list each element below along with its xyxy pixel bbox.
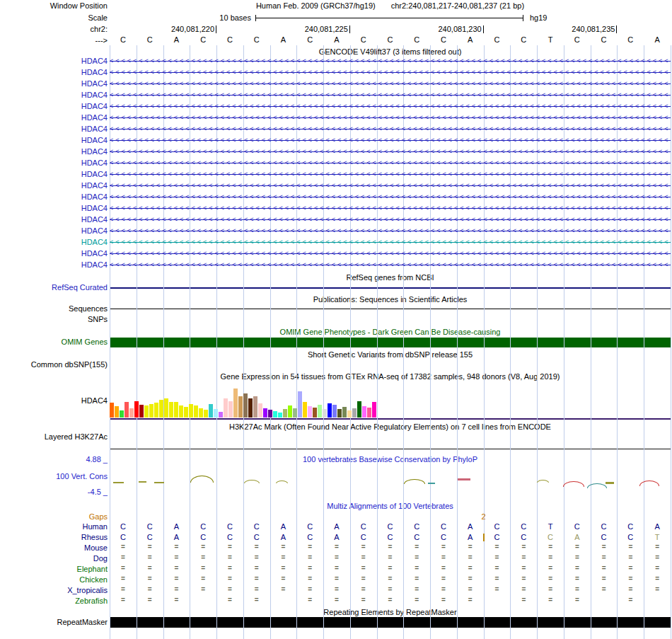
omim-track-title[interactable]: OMIM Gene Phenotypes - Dark Green Can Be… [110,328,671,337]
gtex-expression-bar[interactable] [149,404,153,418]
phylop-track-label[interactable]: 100 Vert. Cons [0,472,108,481]
gtex-expression-bar[interactable] [298,391,302,418]
gtex-expression-bar[interactable] [337,409,342,418]
gtex-expression-bar[interactable] [253,396,257,418]
gencode-transcript-label[interactable]: HDAC4 [0,68,108,77]
gencode-transcript-item[interactable]: <<<<<<<<<<<<<<<<<<<<<<<<<<<<<<<<<<<<<<<<… [110,181,671,190]
gtex-expression-bar[interactable] [352,408,357,418]
gtex-expression-bar[interactable] [169,402,173,418]
gencode-transcript-item[interactable]: <<<<<<<<<<<<<<<<<<<<<<<<<<<<<<<<<<<<<<<<… [110,204,671,213]
gtex-expression-bar[interactable] [228,401,233,418]
gencode-transcript-item[interactable]: <<<<<<<<<<<<<<<<<<<<<<<<<<<<<<<<<<<<<<<<… [110,238,671,247]
gtex-expression-bar[interactable] [243,393,248,418]
gencode-track-title[interactable]: GENCODE V49lift37 (3 items filtered out) [110,47,671,57]
gtex-expression-bar[interactable] [238,396,243,418]
gencode-transcript-label[interactable]: HDAC4 [0,215,108,224]
snps-track-label[interactable]: SNPs [0,315,108,324]
gtex-expression-bar[interactable] [278,413,282,418]
gencode-transcript-label[interactable]: HDAC4 [0,226,108,236]
gencode-transcript-label[interactable]: HDAC4 [0,192,108,202]
gencode-transcript-label[interactable]: HDAC4 [0,170,108,179]
gtex-expression-bar[interactable] [164,398,168,418]
gtex-expression-bar[interactable] [268,410,272,418]
h3k27ac-track-title[interactable]: H3K27Ac Mark (Often Found Near Active Re… [110,422,671,432]
sequences-track-item[interactable] [110,309,671,309]
gtex-expression-bar[interactable] [144,405,149,418]
gtex-expression-bar[interactable] [367,408,371,418]
multiz-species-label[interactable]: Mouse [0,543,108,553]
gaps-row-label[interactable]: Gaps [0,512,108,522]
gtex-expression-bar[interactable] [154,403,158,418]
gtex-expression-bar[interactable] [288,405,292,418]
gtex-expression-bar[interactable] [293,408,297,418]
gtex-expression-bar[interactable] [219,412,223,418]
gtex-expression-bar[interactable] [248,398,253,418]
gtex-expression-bar[interactable] [313,408,317,418]
gencode-transcript-item[interactable]: <<<<<<<<<<<<<<<<<<<<<<<<<<<<<<<<<<<<<<<<… [110,260,671,270]
gtex-expression-bar[interactable] [199,408,203,418]
gtex-expression-bar[interactable] [204,410,208,418]
gencode-transcript-label[interactable]: HDAC4 [0,79,108,88]
gencode-transcript-item[interactable]: <<<<<<<<<<<<<<<<<<<<<<<<<<<<<<<<<<<<<<<<… [110,170,671,179]
omim-gene-item[interactable] [110,338,671,347]
gtex-expression-bar[interactable] [194,405,198,418]
refseq-curated-label[interactable]: RefSeq Curated [0,283,108,292]
gencode-transcript-label[interactable]: HDAC4 [0,238,108,247]
gencode-transcript-label[interactable]: HDAC4 [0,249,108,258]
gtex-expression-bar[interactable] [214,409,218,418]
gtex-expression-bar[interactable] [115,406,119,418]
gencode-transcript-item[interactable]: <<<<<<<<<<<<<<<<<<<<<<<<<<<<<<<<<<<<<<<<… [110,215,671,224]
repeatmasker-item[interactable] [110,617,671,628]
gencode-transcript-label[interactable]: HDAC4 [0,113,108,122]
gencode-transcript-label[interactable]: HDAC4 [0,159,108,168]
gtex-expression-bar[interactable] [179,405,183,418]
gencode-transcript-item[interactable]: <<<<<<<<<<<<<<<<<<<<<<<<<<<<<<<<<<<<<<<<… [110,226,671,236]
gencode-transcript-item[interactable]: <<<<<<<<<<<<<<<<<<<<<<<<<<<<<<<<<<<<<<<<… [110,125,671,134]
gencode-transcript-label[interactable]: HDAC4 [0,102,108,111]
gtex-expression-bar[interactable] [308,406,312,418]
gtex-expression-bar[interactable] [342,407,347,418]
gtex-expression-bar[interactable] [263,408,267,418]
gtex-expression-bar[interactable] [273,411,277,418]
gencode-transcript-item[interactable]: <<<<<<<<<<<<<<<<<<<<<<<<<<<<<<<<<<<<<<<<… [110,147,671,156]
gtex-expression-bar[interactable] [184,407,188,418]
gencode-transcript-label[interactable]: HDAC4 [0,136,108,145]
gencode-transcript-label[interactable]: HDAC4 [0,204,108,213]
gencode-transcript-item[interactable]: <<<<<<<<<<<<<<<<<<<<<<<<<<<<<<<<<<<<<<<<… [110,79,671,88]
gencode-transcript-label[interactable]: HDAC4 [0,181,108,190]
omim-genes-label[interactable]: OMIM Genes [0,338,108,347]
multiz-species-label[interactable]: Human [0,522,108,531]
gencode-transcript-item[interactable]: <<<<<<<<<<<<<<<<<<<<<<<<<<<<<<<<<<<<<<<<… [110,91,671,100]
gencode-transcript-item[interactable]: <<<<<<<<<<<<<<<<<<<<<<<<<<<<<<<<<<<<<<<<… [110,113,671,122]
phylop-track-title[interactable]: 100 vertebrates Basewise Conservation by… [110,455,671,464]
gtex-expression-bar[interactable] [189,404,193,418]
gtex-expression-bar[interactable] [120,410,124,418]
repeatmasker-track-title[interactable]: Repeating Elements by RepeatMasker [110,608,671,617]
gtex-expression-bar[interactable] [283,409,287,418]
gtex-track-title[interactable]: Gene Expression in 54 tissues from GTEx … [110,372,671,381]
gtex-expression-bar[interactable] [323,409,327,418]
multiz-species-label[interactable]: Chicken [0,575,108,585]
gencode-transcript-label[interactable]: HDAC4 [0,91,108,100]
gtex-expression-bar[interactable] [159,400,163,418]
gtex-expression-bar[interactable] [258,403,262,418]
gencode-transcript-label[interactable]: HDAC4 [0,147,108,156]
multiz-species-label[interactable]: Rhesus [0,533,108,542]
gtex-expression-bar[interactable] [209,404,213,418]
gencode-transcript-item[interactable]: <<<<<<<<<<<<<<<<<<<<<<<<<<<<<<<<<<<<<<<<… [110,136,671,145]
gtex-expression-bar[interactable] [174,402,178,418]
gtex-expression-bar[interactable] [110,403,114,418]
gtex-expression-bar[interactable] [318,405,322,418]
gencode-transcript-label[interactable]: HDAC4 [0,57,108,66]
gtex-expression-bar[interactable] [124,402,129,418]
gtex-expression-bar[interactable] [347,410,352,418]
gtex-expression-bar[interactable] [303,402,307,418]
gencode-transcript-item[interactable]: <<<<<<<<<<<<<<<<<<<<<<<<<<<<<<<<<<<<<<<<… [110,249,671,258]
gencode-transcript-item[interactable]: <<<<<<<<<<<<<<<<<<<<<<<<<<<<<<<<<<<<<<<<… [110,57,671,66]
multiz-species-label[interactable]: Elephant [0,565,108,574]
gencode-transcript-item[interactable]: <<<<<<<<<<<<<<<<<<<<<<<<<<<<<<<<<<<<<<<<… [110,159,671,168]
dbsnp-track-label[interactable]: Common dbSNP(155) [0,360,108,369]
sequences-track-label[interactable]: Sequences [0,304,108,313]
h3k27ac-track-label[interactable]: Layered H3K27Ac [0,432,108,442]
gtex-expression-bar[interactable] [233,388,238,418]
